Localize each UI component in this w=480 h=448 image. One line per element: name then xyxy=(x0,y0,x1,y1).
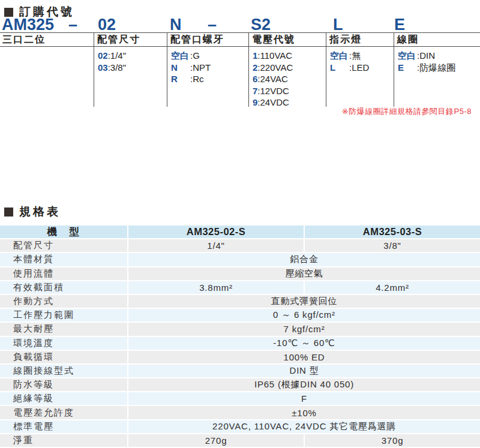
order-item: 6:24VAC xyxy=(253,73,326,85)
spec-row-label: 環境溫度 xyxy=(0,337,127,350)
order-item-value: 12VDC xyxy=(260,86,289,96)
spec-cell-value: 鋁合金 xyxy=(128,253,480,266)
spec-cell-value: 1/4" xyxy=(128,239,304,252)
order-column: 配管口螺牙 空白:GN:NPTR:Rc xyxy=(167,33,248,107)
order-column-items: 1:110VAC2:220VAC6:24VAC7:12VDC9:24VDC xyxy=(249,47,326,109)
spec-cell-value: 壓縮空氣 xyxy=(128,267,480,280)
spec-row: 防水等級 IP65 (根據DIN 40 050) xyxy=(0,378,480,391)
spec-cell-value: DIN 型 xyxy=(128,365,480,377)
order-column: 電壓代號 1:110VAC2:220VAC6:24VAC7:12VDC9:24V… xyxy=(248,33,326,107)
order-column-items: 02:1/4"03:3/8" xyxy=(94,47,167,73)
spec-cell-value: IP65 (根據DIN 40 050) xyxy=(128,378,480,391)
spec-row: 線圈接線型式 DIN 型 xyxy=(0,365,480,377)
order-item: 7:12VDC xyxy=(253,85,326,97)
spec-row: 淨重 270g370g xyxy=(0,434,480,447)
order-item-value: 1/4" xyxy=(110,50,126,61)
spec-row-label: 機 型 xyxy=(0,225,127,238)
spec-row-label: 配管尺寸 xyxy=(0,239,127,252)
order-item-code: 02 xyxy=(98,50,108,62)
specs-title-text: 規格表 xyxy=(19,204,61,220)
order-item-code: N xyxy=(171,62,190,74)
order-column: 指示燈 空白:無L:LED xyxy=(326,33,394,107)
order-column-items: 空白:GN:NPTR:Rc xyxy=(167,47,248,85)
spec-row: 絕緣等級 F xyxy=(0,392,480,405)
spec-cell-value: 220VAC, 110VAC, 24VDC 其它電壓爲選購 xyxy=(128,420,480,433)
order-item-value: NPT xyxy=(193,62,211,73)
order-item-value: 防爆線圈 xyxy=(419,62,455,73)
order-item-value: 220VAC xyxy=(260,62,293,73)
order-item-value: 110VAC xyxy=(260,50,293,61)
spec-row: 電壓差允許度 ±10% xyxy=(0,406,480,419)
order-column: 三口二位 xyxy=(0,33,94,107)
order-item-value: Rc xyxy=(193,74,203,84)
spec-row-label: 線圈接線型式 xyxy=(0,365,127,377)
spec-cell-value: 7 kgf/cm² xyxy=(128,323,480,335)
spec-row-label: 負載循環 xyxy=(0,351,127,363)
spec-row-label: 作動方式 xyxy=(0,295,127,308)
spec-row-label: 標準電壓 xyxy=(0,420,127,433)
spec-row-label: 電壓差允許度 xyxy=(0,406,127,419)
order-column-header: 線圈 xyxy=(394,33,480,47)
spec-cell-value: 270g xyxy=(128,434,304,447)
code-segment: S2 xyxy=(251,16,271,34)
spec-row-label: 絕緣等級 xyxy=(0,392,127,405)
order-item-code: 空白 xyxy=(171,50,190,62)
spec-row: 標準電壓 220VAC, 110VAC, 24VDC 其它電壓爲選購 xyxy=(0,420,480,433)
code-segment: 02 xyxy=(98,16,116,34)
order-item: 空白:DIN xyxy=(398,50,480,62)
spec-row-label: 有效截面積 xyxy=(0,281,127,294)
order-item-value: 無 xyxy=(352,50,361,61)
order-item-code: 空白 xyxy=(330,50,349,62)
spec-cell-value: 3/8" xyxy=(305,239,480,252)
order-item-value: LED xyxy=(352,62,369,73)
section-bullet-icon xyxy=(4,208,13,217)
spec-row: 有效截面積 3.8mm²4.2mm² xyxy=(0,281,480,294)
spec-table: 機 型 AM325-02-SAM325-03-S 配管尺寸 1/4"3/8" 本… xyxy=(0,225,480,447)
spec-cell-value: ±10% xyxy=(128,406,480,419)
spec-row-label: 工作壓力範圍 xyxy=(0,309,127,321)
order-item: E:防爆線圈 xyxy=(398,62,480,74)
specs-section-title: 規格表 xyxy=(4,204,61,220)
order-item-code: R xyxy=(171,73,190,85)
order-item: N:NPT xyxy=(171,62,248,74)
order-column-header: 三口二位 xyxy=(0,33,94,47)
spec-header-model: AM325-03-S xyxy=(305,225,480,238)
order-column-items xyxy=(0,47,94,50)
spec-cell-value: 370g xyxy=(305,434,480,447)
spec-header-model: AM325-02-S xyxy=(128,225,304,238)
ordering-code: AM325–02N–S2LE xyxy=(0,16,480,32)
order-item-value: 24VAC xyxy=(260,74,288,84)
code-segment: L xyxy=(333,16,343,34)
spec-cell-value: 100% ED xyxy=(128,351,480,363)
spec-row: 使用流體 壓縮空氣 xyxy=(0,267,480,280)
explosion-proof-note: ※防爆線圈詳細規格請參閱目錄P5-8 xyxy=(0,106,472,117)
spec-row: 最大耐壓 7 kgf/cm² xyxy=(0,323,480,335)
code-segment: N xyxy=(170,16,182,34)
code-segment: – xyxy=(208,16,217,34)
order-column-items: 空白:無L:LED xyxy=(326,47,394,73)
spec-row-label: 淨重 xyxy=(0,434,127,447)
spec-row: 配管尺寸 1/4"3/8" xyxy=(0,239,480,252)
spec-cell-value: 0 ～ 6 kgf/cm² xyxy=(128,309,480,321)
order-item: 2:220VAC xyxy=(253,62,326,74)
order-column: 配管尺寸 02:1/4"03:3/8" xyxy=(94,33,167,107)
order-column-header: 配管尺寸 xyxy=(94,33,167,47)
order-item-code: L xyxy=(330,62,349,74)
spec-row: 作動方式 直動式彈簧回位 xyxy=(0,295,480,308)
spec-row-label: 最大耐壓 xyxy=(0,323,127,335)
spec-cell-value: -10℃ ～ 60℃ xyxy=(128,337,480,350)
order-item-value: 3/8" xyxy=(110,62,126,73)
order-item: 03:3/8" xyxy=(98,62,167,74)
order-item: L:LED xyxy=(330,62,394,74)
code-segment: E xyxy=(394,16,405,34)
order-column-header: 指示燈 xyxy=(326,33,394,47)
order-item: 空白:無 xyxy=(330,50,394,62)
spec-header-row: 機 型 AM325-02-SAM325-03-S xyxy=(0,225,480,238)
spec-row-label: 防水等級 xyxy=(0,378,127,391)
code-segment: AM325 xyxy=(2,16,54,34)
order-column: 線圈 空白:DINE:防爆線圈 xyxy=(394,33,480,107)
spec-cell-value: 直動式彈簧回位 xyxy=(128,295,480,308)
spec-row-label: 本體材質 xyxy=(0,253,127,266)
order-item-value: G xyxy=(193,50,200,61)
spec-row-label: 使用流體 xyxy=(0,267,127,280)
